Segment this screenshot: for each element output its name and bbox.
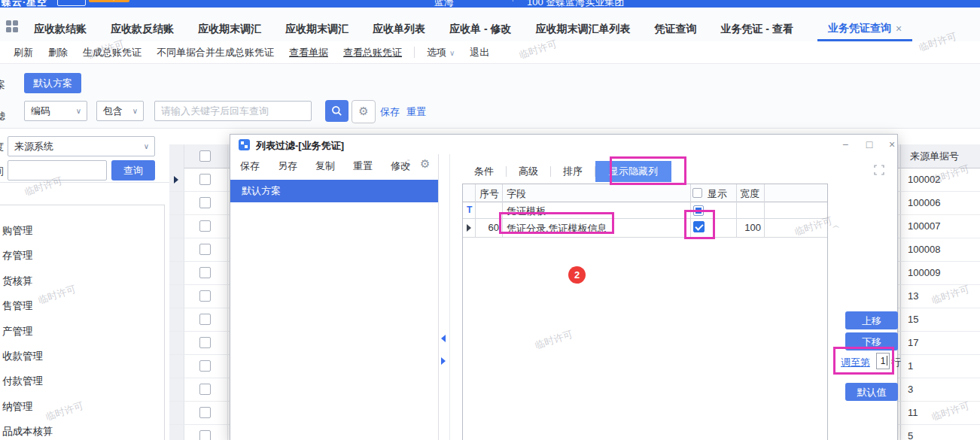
chevron-down-icon: ∨ — [449, 49, 455, 57]
row-checkbox[interactable] — [199, 384, 211, 395]
default-value-button[interactable]: 默认值 — [845, 383, 898, 401]
show-column-header[interactable]: 显示 — [708, 187, 727, 201]
tab-应收单 - 修改[interactable]: 应收单 - 修改 — [449, 17, 511, 41]
sidebar-item-货核算[interactable]: 货核算 — [2, 275, 33, 288]
tab-label: 应收款结账 — [34, 23, 87, 36]
toolbar-button-删除[interactable]: 删除 — [41, 46, 75, 59]
current-row-indicator — [467, 224, 471, 232]
tab-凭证查询[interactable]: 凭证查询 — [654, 17, 696, 41]
row-checkbox[interactable] — [199, 430, 211, 440]
dialog-gear-icon[interactable]: ⚙ — [420, 157, 430, 171]
dialog-toolbar-另存[interactable]: 另存 — [278, 159, 297, 173]
search-button[interactable] — [325, 100, 348, 122]
source-doc-number: 11 — [908, 407, 918, 418]
tab-应收款结账[interactable]: 应收款结账 — [34, 17, 87, 41]
row-checkbox[interactable] — [199, 360, 211, 372]
default-scheme-button[interactable]: 默认方案 — [24, 73, 81, 93]
tab-应收单列表[interactable]: 应收单列表 — [373, 17, 425, 41]
row-checkbox[interactable] — [199, 290, 211, 302]
row-checkbox[interactable] — [199, 220, 211, 232]
width-column-header[interactable]: 宽度 — [740, 187, 759, 201]
source-system-value: 来源系统 — [14, 141, 53, 152]
maximize-button[interactable]: □ — [861, 137, 878, 152]
sidebar-item-存管理[interactable]: 存管理 — [2, 249, 33, 262]
expand-right-icon[interactable] — [441, 357, 446, 365]
scroll-up-icon[interactable]: ︿ — [832, 220, 840, 231]
source-doc-number: 100008 — [908, 244, 940, 255]
dialog-tab-高级[interactable]: 高级 — [507, 165, 550, 178]
keyword-search-input[interactable] — [154, 101, 312, 121]
step-badge: 2 — [568, 266, 586, 284]
seq-column-header[interactable]: 序号 — [479, 187, 499, 201]
sidebar-item-品成本核算[interactable]: 品成本核算 — [2, 425, 53, 438]
dialog-toolbar-复制[interactable]: 复制 — [315, 159, 335, 173]
row-checkbox[interactable] — [199, 244, 211, 255]
sidebar-query-input[interactable] — [8, 160, 107, 181]
field-column-header[interactable]: 字段 — [507, 187, 526, 201]
reset-filter-link[interactable]: 重置 — [406, 105, 426, 119]
toolbar-button-查看总账凭证[interactable]: 查看总账凭证 — [336, 46, 409, 59]
license-badge-label: 临时许可 — [94, 0, 124, 2]
minimize-button[interactable]: − — [837, 137, 854, 152]
sidebar-item-购管理[interactable]: 购管理 — [2, 224, 33, 238]
row-checkbox[interactable] — [199, 267, 211, 278]
tab-应收期末调汇[interactable]: 应收期末调汇 — [198, 17, 261, 41]
show-all-checkbox[interactable] — [692, 188, 702, 198]
row-checkbox[interactable] — [199, 197, 211, 208]
sidebar-item-付款管理[interactable]: 付款管理 — [2, 375, 43, 388]
sidebar-divider — [0, 182, 169, 183]
toolbar-button-不同单据合并生成总账凭证[interactable]: 不同单据合并生成总账凭证 — [149, 46, 282, 59]
filter-row-icon: T — [467, 205, 472, 215]
tab-应收期末调汇单列表[interactable]: 应收期末调汇单列表 — [535, 17, 630, 41]
tab-应收款反结账[interactable]: 应收款反结账 — [111, 17, 174, 41]
dialog-tab-排序[interactable]: 排序 — [551, 165, 595, 178]
close-button[interactable]: × — [884, 137, 900, 152]
collapse-left-icon[interactable] — [441, 335, 446, 342]
row-width-value[interactable]: 100 — [736, 222, 761, 233]
tab-业务凭证 - 查看[interactable]: 业务凭证 - 查看 — [720, 17, 793, 41]
sidebar-item-售管理[interactable]: 售管理 — [2, 299, 33, 313]
source-doc-number: 3 — [908, 384, 913, 395]
row-checkbox[interactable] — [199, 174, 211, 185]
scheme-list-item-default[interactable]: 默认方案 — [230, 180, 438, 202]
source-system-select[interactable]: 来源系统∨ — [8, 136, 155, 156]
exit-button[interactable]: 退出 — [462, 46, 497, 59]
filter-zone: 案 默认方案 滤 编码∨ 包含∨ ⚙ 保存 重置 — [0, 64, 980, 129]
tab-应收期末调汇[interactable]: 应收期末调汇 — [285, 17, 348, 41]
row-checkbox[interactable] — [199, 314, 211, 325]
sidebar-item-收款管理[interactable]: 收款管理 — [2, 350, 43, 363]
dialog-toolbar-重置[interactable]: 重置 — [353, 159, 373, 173]
toolbar-button-刷新[interactable]: 刷新 — [6, 46, 41, 59]
tab-close-icon[interactable]: × — [896, 23, 902, 35]
dialog-titlebar[interactable]: 列表过滤-[业务凭证] − □ × — [230, 135, 897, 154]
chevron-down-icon: ∨ — [132, 102, 138, 120]
toolbar-button-生成总账凭证[interactable]: 生成总账凭证 — [75, 46, 149, 59]
dialog-tab-条件[interactable]: 条件 — [462, 165, 506, 178]
fullscreen-icon[interactable] — [874, 165, 884, 178]
dialog-title: 列表过滤-[业务凭证] — [256, 139, 344, 153]
move-up-button[interactable]: 上移 — [845, 311, 898, 329]
tab-label: 应收单 - 修改 — [449, 23, 511, 36]
menu-grid-icon[interactable] — [6, 20, 18, 32]
field-select[interactable]: 编码∨ — [24, 101, 87, 121]
row-checkbox[interactable] — [199, 337, 211, 348]
row-checkbox[interactable] — [199, 407, 211, 418]
sidebar-item-产管理[interactable]: 产管理 — [2, 325, 33, 338]
sidebar-item-纳管理[interactable]: 纳管理 — [2, 400, 33, 414]
filter-label-partial: 滤 — [0, 110, 5, 123]
operator-select[interactable]: 包含∨ — [96, 101, 144, 121]
tab-bar: 应收款结账应收款反结账应收期末调汇应收期末调汇应收单列表应收单 - 修改应收期末… — [0, 8, 980, 42]
toolbar-button-查看单据[interactable]: 查看单据 — [282, 46, 336, 59]
select-all-checkbox[interactable] — [199, 150, 211, 162]
collapse-toolbar-icon[interactable]: ﹦▾ — [403, 157, 414, 168]
dialog-toolbar-保存[interactable]: 保存 — [240, 159, 260, 173]
chevron-down-icon: ∨ — [144, 137, 149, 156]
panel-divider — [438, 154, 439, 440]
tab-业务凭证查询[interactable]: 业务凭证查询× — [817, 17, 912, 41]
save-filter-link[interactable]: 保存 — [380, 105, 400, 119]
topbar-divider — [513, 0, 513, 2]
app-logo-box — [57, 0, 86, 6]
options-button[interactable]: 选项∨ — [419, 46, 462, 59]
filter-settings-button[interactable]: ⚙ — [352, 100, 376, 123]
query-button[interactable]: 查询 — [111, 160, 155, 181]
